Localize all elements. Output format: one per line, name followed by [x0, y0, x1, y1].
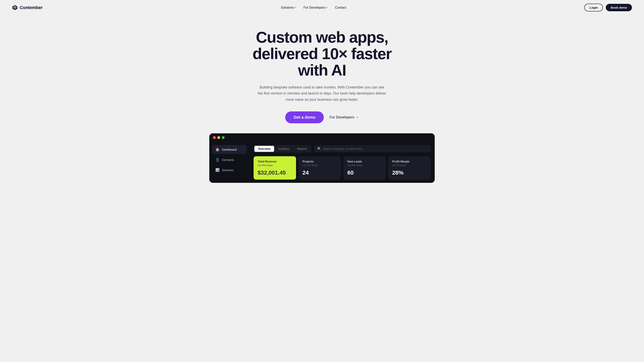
- nav-link-contact[interactable]: Contact: [335, 6, 346, 9]
- window-dot-green: [222, 136, 224, 139]
- stat-label: New Leads: [347, 160, 382, 163]
- login-button[interactable]: Login: [584, 3, 603, 11]
- logo-icon: [12, 5, 18, 10]
- stat-card-new-leads: New Leads Up 60% today 60: [343, 156, 386, 180]
- logo-text: Contember: [20, 5, 42, 10]
- tab-reports[interactable]: Reports: [294, 146, 310, 152]
- tabs-and-search: Overview Analytics Reports 🔍 Search comp…: [254, 145, 431, 153]
- window-dot-red: [213, 136, 216, 139]
- tabs-bar: Overview Analytics Reports: [254, 145, 311, 153]
- services-icon: 📊: [215, 168, 220, 172]
- stat-card-total-revenue: Total Revenue Up 45% today $32,001.45: [254, 156, 296, 180]
- tab-overview[interactable]: Overview: [254, 146, 274, 152]
- sidebar-item-label: Dashboard: [222, 148, 237, 151]
- sidebar-item-label: Services: [222, 168, 234, 172]
- hero-section: Custom web apps, delivered 10× faster wi…: [240, 15, 404, 133]
- nav-links: Solutions ▾ For Developers ▾ Contact: [281, 6, 346, 9]
- nav-link-solutions[interactable]: Solutions ▾: [281, 6, 296, 9]
- contacts-icon: 👤: [215, 158, 220, 162]
- dashboard-preview: 🏠 Dashboard 👤 Contacts 📊 Services Over: [209, 133, 435, 183]
- stat-value: 24: [302, 170, 337, 176]
- sidebar-item-contacts[interactable]: 👤 Contacts: [212, 155, 246, 164]
- stat-up: Up 3% today: [392, 164, 427, 167]
- stat-card-projects: Projects Up 12% today 24: [298, 156, 341, 180]
- stats-row: Total Revenue Up 45% today $32,001.45 Pr…: [254, 156, 431, 180]
- stat-label: Total Revenue: [258, 160, 292, 163]
- hero-actions: Get a demo For Developers →: [244, 111, 400, 123]
- sidebar-item-services[interactable]: 📊 Services: [212, 166, 246, 175]
- stat-value: 60: [347, 170, 382, 176]
- stat-value: $32,001.45: [258, 170, 292, 176]
- stat-up: Up 45% today: [258, 164, 292, 167]
- hero-subtitle: Building bespoke software used to take m…: [258, 84, 386, 103]
- main-content: Overview Analytics Reports 🔍 Search comp…: [250, 142, 435, 183]
- nav-link-for-developers[interactable]: For Developers ▾: [304, 6, 328, 9]
- home-icon: 🏠: [215, 147, 220, 152]
- sidebar-item-label: Contacts: [222, 158, 234, 161]
- for-developers-link[interactable]: For Developers →: [330, 115, 359, 119]
- search-icon: 🔍: [317, 147, 321, 151]
- search-box[interactable]: 🔍 Search company or name here...: [314, 145, 431, 152]
- stat-label: Projects: [302, 160, 337, 163]
- logo: Contember: [12, 5, 42, 10]
- stat-card-profit-margin: Profit Margin Up 3% today 28%: [388, 156, 431, 180]
- stat-value: 28%: [392, 170, 427, 176]
- dashboard-body: 🏠 Dashboard 👤 Contacts 📊 Services Over: [209, 142, 435, 183]
- sidebar: 🏠 Dashboard 👤 Contacts 📊 Services: [209, 142, 250, 183]
- get-demo-button[interactable]: Get a demo: [285, 111, 324, 123]
- stat-up: Up 12% today: [302, 164, 337, 167]
- chevron-down-icon: ▾: [326, 6, 328, 9]
- book-demo-button[interactable]: Book demo: [606, 4, 632, 11]
- hero-title: Custom web apps, delivered 10× faster wi…: [244, 29, 400, 79]
- search-placeholder: Search company or name here...: [323, 147, 364, 150]
- stat-up: Up 60% today: [347, 164, 382, 167]
- navbar: Contember Solutions ▾ For Developers ▾ C…: [0, 0, 644, 15]
- nav-actions: Login Book demo: [584, 3, 632, 11]
- stat-label: Profit Margin: [392, 160, 427, 163]
- tab-analytics[interactable]: Analytics: [274, 146, 293, 152]
- chevron-down-icon: ▾: [295, 6, 296, 9]
- window-chrome: [209, 133, 435, 142]
- window-dot-yellow: [217, 136, 220, 139]
- sidebar-item-dashboard[interactable]: 🏠 Dashboard: [212, 145, 246, 154]
